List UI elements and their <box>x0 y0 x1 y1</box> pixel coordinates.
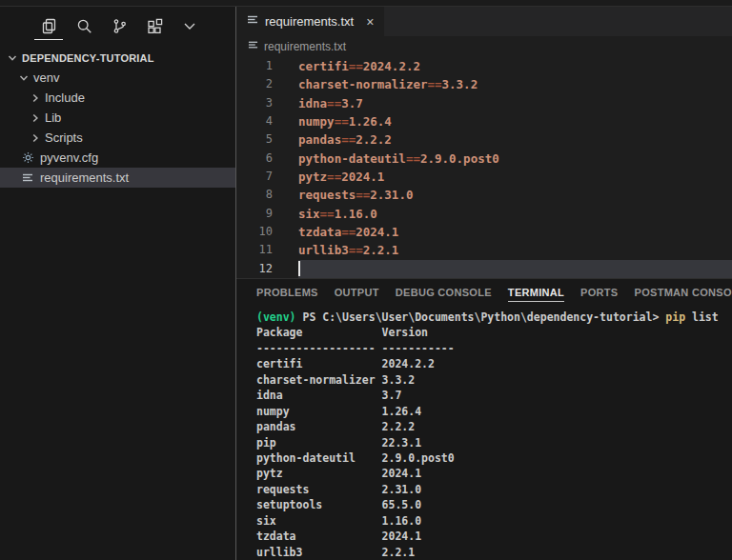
text-file-icon <box>21 172 34 184</box>
terminal-line: requests 2.31.0 <box>256 482 732 497</box>
folder-label: Lib <box>45 110 61 125</box>
line-number: 5 <box>236 130 273 149</box>
tab-postman-console[interactable]: POSTMAN CONSOLE <box>635 283 732 301</box>
tree-file-pyvenv-cfg[interactable]: pyvenv.cfg <box>0 148 235 168</box>
tree-folder-lib[interactable]: Lib <box>0 108 235 128</box>
operator: == <box>320 207 335 221</box>
version: 2.2.2 <box>356 132 392 147</box>
operator: == <box>327 96 341 110</box>
panel-tab-bar: PROBLEMS OUTPUT DEBUG CONSOLE TERMINAL P… <box>236 279 732 305</box>
terminal-line: urllib3 2.2.1 <box>256 545 732 560</box>
operator: == <box>341 132 356 147</box>
chevron-down-icon <box>17 73 30 83</box>
version: 1.16.0 <box>335 207 377 221</box>
line-number: 2 <box>236 75 273 93</box>
version: 3.7 <box>341 96 363 110</box>
package-name: charset-normalizer <box>298 77 427 91</box>
version: 3.3.2 <box>442 77 478 91</box>
editor-line[interactable]: 7pytz==2024.1 <box>236 168 732 186</box>
tab-output[interactable]: OUTPUT <box>335 283 379 301</box>
editor-line[interactable]: 1certifi==2024.2.2 <box>236 57 732 75</box>
tree-folder-venv[interactable]: venv <box>0 68 235 88</box>
tab-label: requirements.txt <box>265 14 354 29</box>
package-name: pytz <box>298 170 327 184</box>
terminal-line: pip 22.3.1 <box>256 435 732 450</box>
venv-indicator: (venv) <box>256 310 296 324</box>
editor-line-current[interactable]: 12 <box>236 260 732 278</box>
editor-line[interactable]: 6python-dateutil==2.9.0.post0 <box>236 150 732 168</box>
text-cursor <box>298 261 300 276</box>
search-icon[interactable] <box>73 15 94 36</box>
editor-line[interactable]: 4numpy==1.26.4 <box>236 112 732 130</box>
prompt-path: PS C:\Users\User\Documents\Python\depend… <box>296 310 660 324</box>
command: pip <box>659 310 685 324</box>
text-file-icon <box>248 40 258 53</box>
operator: == <box>335 114 349 129</box>
version: 2024.1 <box>356 225 398 239</box>
package-name: requests <box>298 188 356 202</box>
terminal-line: certifi 2024.2.2 <box>256 356 732 371</box>
editor-line[interactable]: 2charset-normalizer==3.3.2 <box>236 75 732 93</box>
operator: == <box>406 151 420 166</box>
terminal-line: setuptools 65.5.0 <box>256 497 732 512</box>
operator: == <box>327 170 341 184</box>
tree-file-requirements-txt[interactable]: requirements.txt <box>0 168 235 188</box>
terminal-line: idna 3.7 <box>256 388 732 403</box>
operator: == <box>349 243 363 257</box>
editor-line[interactable]: 11urllib3==2.2.1 <box>236 241 732 259</box>
line-number: 1 <box>236 57 273 75</box>
line-number: 11 <box>236 241 273 259</box>
source-control-icon[interactable] <box>109 15 130 36</box>
package-name: six <box>298 207 320 221</box>
chevron-right-icon <box>29 113 42 123</box>
operator: == <box>427 77 441 91</box>
editor-line[interactable]: 5pandas==2.2.2 <box>236 130 732 149</box>
breadcrumb[interactable]: requirements.txt <box>236 36 732 57</box>
title-bar-strip <box>0 0 732 7</box>
command-arg: list <box>685 310 719 324</box>
gear-icon <box>21 151 34 164</box>
folder-label: venv <box>33 70 59 85</box>
editor-line[interactable]: 10tzdata==2024.1 <box>236 223 732 241</box>
operator: == <box>341 225 356 239</box>
folder-label: Include <box>45 90 85 105</box>
tree-root-dependency-tutorial[interactable]: DEPENDENCY-TUTORIAL <box>0 48 235 68</box>
terminal-line: tzdata 2024.1 <box>256 529 732 544</box>
tree-folder-include[interactable]: Include <box>0 88 235 108</box>
package-name: pandas <box>298 132 341 147</box>
breadcrumb-item: requirements.txt <box>264 40 346 53</box>
editor-line[interactable]: 8requests==2.31.0 <box>236 186 732 204</box>
terminal-output[interactable]: (venv) PS C:\Users\User\Documents\Python… <box>236 305 732 560</box>
line-number: 12 <box>236 260 273 278</box>
editor-line[interactable]: 3idna==3.7 <box>236 94 732 112</box>
editor-line[interactable]: 9six==1.16.0 <box>236 205 732 223</box>
package-name: numpy <box>298 114 335 129</box>
terminal-prompt-line: (venv) PS C:\Users\User\Documents\Python… <box>256 310 732 325</box>
line-number: 3 <box>236 94 273 112</box>
chevron-right-icon <box>29 133 42 143</box>
file-label: requirements.txt <box>40 170 129 185</box>
activity-bar <box>0 7 235 42</box>
version: 2024.1 <box>341 170 384 184</box>
operator: == <box>356 188 370 202</box>
tab-debug-console[interactable]: DEBUG CONSOLE <box>396 283 492 301</box>
version: 1.26.4 <box>349 114 392 129</box>
vscode-window: DEPENDENCY-TUTORIAL venv Include Lib Scr… <box>0 0 732 560</box>
chevron-down-icon[interactable] <box>179 15 200 36</box>
tree-folder-scripts[interactable]: Scripts <box>0 128 235 148</box>
chevron-down-icon <box>6 53 19 63</box>
tab-ports[interactable]: PORTS <box>580 283 618 301</box>
terminal-line: charset-normalizer 3.3.2 <box>256 372 732 388</box>
close-icon[interactable]: × <box>366 14 374 30</box>
terminal-line: pandas 2.2.2 <box>256 419 732 434</box>
extensions-icon[interactable] <box>144 15 165 36</box>
package-name: python-dateutil <box>298 151 406 166</box>
terminal-line: six 1.16.0 <box>256 513 732 529</box>
explorer-icon[interactable] <box>38 15 59 36</box>
bottom-panel: PROBLEMS OUTPUT DEBUG CONSOLE TERMINAL P… <box>236 278 732 560</box>
tab-requirements-txt[interactable]: requirements.txt × <box>236 7 384 36</box>
tab-terminal[interactable]: TERMINAL <box>508 283 564 302</box>
file-label: pyvenv.cfg <box>40 150 98 165</box>
terminal-line: pytz 2024.1 <box>256 466 732 481</box>
tab-problems[interactable]: PROBLEMS <box>256 283 318 301</box>
